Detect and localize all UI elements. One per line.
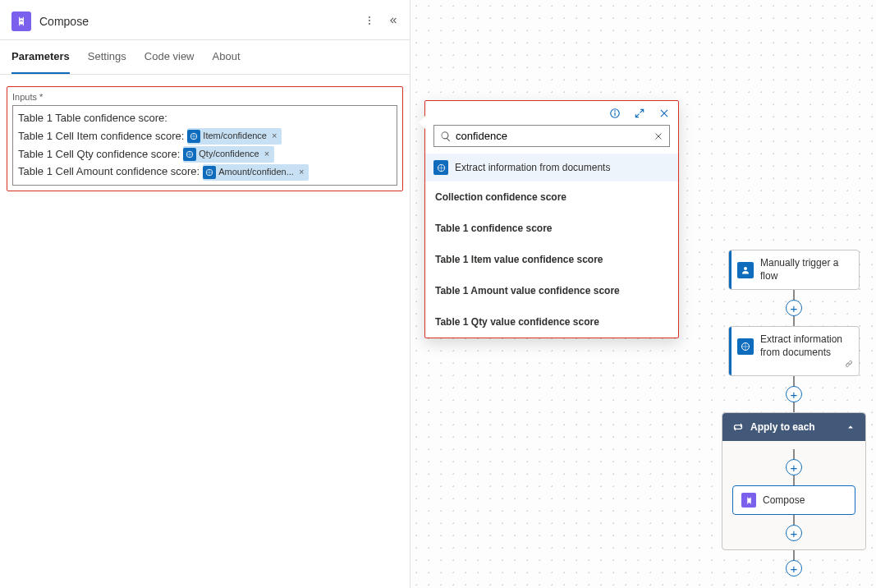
more-icon[interactable] bbox=[364, 15, 375, 29]
group-label: Extract information from documents bbox=[455, 162, 610, 173]
dynamic-item[interactable]: Collection confidence score bbox=[425, 181, 678, 213]
inputs-textbox[interactable]: Table 1 Table confidence score: Table 1 … bbox=[12, 105, 397, 186]
inputs-area: Inputs * Table 1 Table confidence score:… bbox=[7, 86, 403, 191]
tab-codeview[interactable]: Code view bbox=[144, 40, 195, 74]
dynamic-content-popup: Extract information from documents Colle… bbox=[424, 100, 679, 338]
token-remove-icon[interactable]: × bbox=[296, 165, 306, 180]
node-apply-to-each[interactable]: Apply to each + Compose + bbox=[722, 412, 866, 550]
inputs-label: Inputs * bbox=[12, 92, 397, 102]
add-action-button[interactable]: + bbox=[786, 560, 802, 577]
svg-point-1 bbox=[369, 20, 370, 21]
trigger-icon bbox=[737, 262, 754, 278]
panel-title: Compose bbox=[39, 15, 355, 28]
token-qty[interactable]: Qty/confidence × bbox=[183, 146, 274, 163]
node-label: Compose bbox=[763, 494, 805, 506]
info-icon[interactable] bbox=[609, 108, 621, 122]
node-label: Manually trigger a flow bbox=[760, 257, 851, 283]
group-header: Extract information from documents bbox=[425, 154, 678, 181]
row-text: Table 1 Cell Amount confidence score: bbox=[18, 163, 200, 181]
svg-point-0 bbox=[369, 16, 370, 17]
extract-node-icon bbox=[737, 338, 754, 355]
apply-label: Apply to each bbox=[750, 421, 815, 433]
svg-point-2 bbox=[369, 23, 370, 25]
tab-parameters[interactable]: Parameters bbox=[11, 40, 70, 74]
dynamic-item[interactable]: Table 1 Qty value confidence score bbox=[425, 306, 678, 338]
node-compose[interactable]: Compose bbox=[732, 485, 855, 515]
add-action-button[interactable]: + bbox=[786, 459, 802, 475]
flow-diagram: Manually trigger a flow + Extract inform… bbox=[720, 250, 868, 577]
svg-point-8 bbox=[615, 111, 616, 112]
close-icon[interactable] bbox=[658, 108, 670, 122]
tab-settings[interactable]: Settings bbox=[88, 40, 126, 74]
collapse-icon[interactable] bbox=[387, 15, 398, 29]
node-trigger[interactable]: Manually trigger a flow bbox=[728, 250, 860, 290]
compose-icon bbox=[11, 11, 31, 31]
add-action-button[interactable]: + bbox=[786, 386, 802, 402]
popup-tail bbox=[419, 116, 425, 129]
dynamic-item[interactable]: Table 1 Amount value confidence score bbox=[425, 275, 678, 306]
dynamic-icon bbox=[187, 130, 200, 143]
token-amount[interactable]: Amount/confiden... × bbox=[203, 164, 309, 181]
loop-icon bbox=[732, 421, 744, 433]
search-input[interactable] bbox=[433, 125, 670, 147]
search-icon bbox=[440, 131, 452, 142]
compose-panel: Compose Parameters Settings Code view Ab… bbox=[0, 0, 410, 588]
expand-icon[interactable] bbox=[634, 108, 645, 122]
extract-icon bbox=[433, 160, 448, 175]
token-remove-icon[interactable]: × bbox=[269, 129, 279, 144]
row-text: Table 1 Cell Qty confidence score: bbox=[18, 146, 180, 163]
token-label: Item/confidence bbox=[203, 129, 267, 144]
add-action-button[interactable]: + bbox=[786, 300, 802, 316]
link-icon bbox=[844, 359, 854, 373]
token-remove-icon[interactable]: × bbox=[262, 147, 272, 162]
tab-about[interactable]: About bbox=[213, 40, 241, 74]
row-text: Table 1 Cell Item confidence score: bbox=[18, 128, 184, 145]
clear-search-icon[interactable] bbox=[654, 131, 663, 141]
tabs: Parameters Settings Code view About bbox=[0, 40, 410, 75]
token-label: Amount/confiden... bbox=[218, 165, 294, 180]
dynamic-item[interactable]: Table 1 Item value confidence score bbox=[425, 244, 678, 275]
dynamic-icon bbox=[183, 148, 196, 161]
add-action-button[interactable]: + bbox=[786, 525, 802, 541]
node-label: Extract information from documents bbox=[760, 333, 851, 359]
dynamic-icon bbox=[203, 166, 216, 179]
chevron-up-icon[interactable] bbox=[846, 422, 855, 432]
compose-icon bbox=[741, 493, 756, 508]
panel-header: Compose bbox=[0, 0, 410, 40]
token-label: Qty/confidence bbox=[199, 147, 259, 162]
token-item[interactable]: Item/confidence × bbox=[187, 128, 282, 145]
node-extract[interactable]: Extract information from documents bbox=[728, 326, 860, 376]
row-text: Table 1 Table confidence score: bbox=[18, 110, 167, 127]
dynamic-item[interactable]: Table 1 confidence score bbox=[425, 213, 678, 244]
